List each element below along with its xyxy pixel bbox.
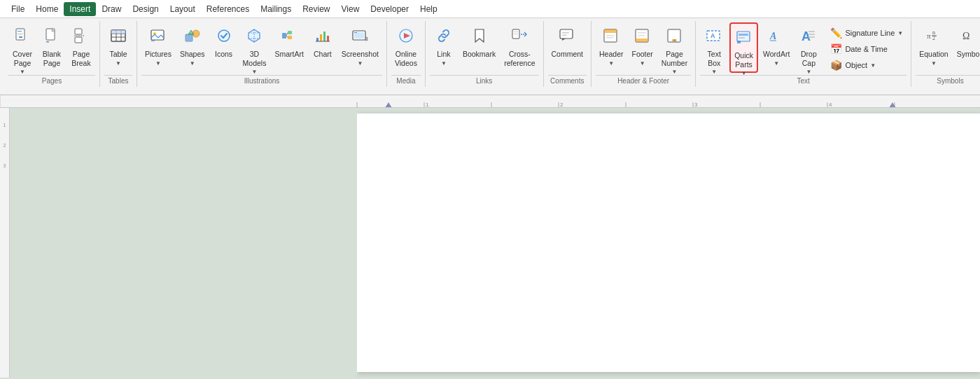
menu-bar: File Home Insert Draw Design Layout Refe… bbox=[0, 0, 980, 18]
shapes-label: Shapes bbox=[180, 50, 205, 59]
svg-text:42: 42 bbox=[673, 39, 677, 42]
menu-file[interactable]: File bbox=[6, 2, 30, 16]
3d-models-label: 3DModels bbox=[243, 50, 267, 67]
cross-reference-label: Cross-reference bbox=[504, 50, 535, 67]
svg-rect-39 bbox=[514, 32, 518, 32]
page-number-arrow: ▼ bbox=[672, 69, 678, 75]
menu-references[interactable]: References bbox=[201, 2, 255, 16]
3d-models-button[interactable]: 3DModels ▼ bbox=[239, 22, 270, 73]
text-small-buttons: ✏️ Signature Line ▼ 📅 Date & Time 📦 Obje… bbox=[827, 25, 906, 73]
icons-button[interactable]: Icons bbox=[210, 22, 238, 73]
header-button[interactable]: Header ▼ bbox=[596, 22, 626, 73]
wordart-button[interactable]: A WordArt ▼ bbox=[760, 22, 793, 73]
svg-rect-31 bbox=[323, 32, 326, 41]
shapes-button[interactable]: Shapes ▼ bbox=[176, 22, 209, 73]
3d-models-arrow: ▼ bbox=[252, 69, 258, 75]
screenshot-button[interactable]: Screenshot ▼ bbox=[338, 22, 382, 73]
page-break-button[interactable]: PageBreak bbox=[67, 22, 95, 73]
date-time-button[interactable]: 📅 Date & Time bbox=[827, 41, 906, 57]
ribbon-group-text: A TextBox ▼ QuickPar bbox=[696, 21, 911, 87]
svg-rect-49 bbox=[636, 39, 648, 42]
blank-page-icon bbox=[43, 27, 60, 47]
table-label: Table bbox=[109, 50, 127, 59]
menu-mailings[interactable]: Mailings bbox=[255, 2, 297, 16]
drop-cap-label: DropCap bbox=[801, 50, 817, 67]
svg-rect-66 bbox=[808, 36, 815, 38]
link-arrow: ▼ bbox=[441, 60, 447, 67]
menu-review[interactable]: Review bbox=[297, 2, 335, 16]
signature-line-label: Signature Line bbox=[845, 29, 895, 37]
ribbon-group-comments: Comment Comments bbox=[544, 21, 592, 87]
svg-rect-43 bbox=[562, 35, 567, 36]
link-icon bbox=[435, 27, 452, 47]
menu-home[interactable]: Home bbox=[30, 2, 64, 16]
svg-text:1: 1 bbox=[426, 102, 429, 108]
drop-cap-arrow: ▼ bbox=[806, 69, 811, 75]
online-videos-button[interactable]: OnlineVideos bbox=[391, 22, 421, 73]
drop-cap-button[interactable]: A DropCap ▼ bbox=[794, 22, 822, 73]
signature-line-button[interactable]: ✏️ Signature Line ▼ bbox=[827, 25, 906, 41]
svg-rect-18 bbox=[151, 30, 164, 40]
footer-button[interactable]: Footer ▼ bbox=[628, 22, 656, 73]
svg-line-28 bbox=[286, 36, 288, 38]
svg-text:A: A bbox=[769, 31, 776, 41]
cover-page-label: CoverPage bbox=[13, 50, 32, 67]
svg-rect-64 bbox=[808, 31, 815, 32]
svg-rect-72 bbox=[0, 95, 980, 108]
svg-text:Ω: Ω bbox=[962, 31, 969, 41]
cross-reference-button[interactable]: Cross-reference bbox=[500, 22, 538, 73]
comment-button[interactable]: Comment bbox=[548, 22, 587, 73]
bookmark-label: Bookmark bbox=[463, 50, 496, 59]
smartart-button[interactable]: SmartArt bbox=[271, 22, 307, 73]
menu-draw[interactable]: Draw bbox=[96, 2, 127, 16]
pictures-button[interactable]: Pictures ▼ bbox=[141, 22, 175, 73]
quick-parts-button[interactable]: QuickParts ▼ bbox=[729, 22, 758, 73]
svg-rect-51 bbox=[638, 35, 645, 36]
equation-button[interactable]: π n 2 Equation ▼ bbox=[916, 22, 951, 73]
svg-rect-50 bbox=[638, 32, 646, 34]
blank-page-button[interactable]: BlankPage bbox=[38, 22, 66, 73]
svg-text:4: 4 bbox=[829, 102, 832, 108]
svg-text:2: 2 bbox=[932, 35, 935, 41]
page-number-icon: 42 bbox=[666, 27, 683, 47]
text-box-button[interactable]: A TextBox ▼ bbox=[700, 22, 728, 73]
bookmark-button[interactable]: Bookmark bbox=[459, 22, 499, 73]
footer-label: Footer bbox=[631, 50, 652, 59]
symbols-group-label: Symbols bbox=[916, 75, 980, 87]
online-videos-label: OnlineVideos bbox=[395, 50, 417, 67]
menu-developer[interactable]: Developer bbox=[365, 2, 414, 16]
object-button[interactable]: 📦 Object ▼ bbox=[827, 57, 906, 73]
svg-rect-6 bbox=[46, 41, 49, 43]
menu-layout[interactable]: Layout bbox=[164, 2, 201, 16]
table-button[interactable]: Table ▼ bbox=[104, 22, 132, 73]
ribbon-group-header-footer: Header ▼ Footer ▼ bbox=[592, 21, 696, 87]
page-number-button[interactable]: 42 PageNumber ▼ bbox=[658, 22, 691, 73]
menu-insert[interactable]: Insert bbox=[64, 2, 96, 16]
link-button[interactable]: Link ▼ bbox=[430, 22, 458, 73]
symbol-icon: Ω bbox=[960, 27, 977, 47]
page-number-label: PageNumber bbox=[662, 50, 687, 67]
text-box-label: TextBox bbox=[708, 50, 721, 67]
svg-rect-42 bbox=[562, 32, 569, 34]
menu-view[interactable]: View bbox=[336, 2, 365, 16]
svg-rect-21 bbox=[186, 34, 192, 41]
cover-page-button[interactable]: CoverPage ▼ bbox=[8, 22, 36, 73]
pages-group-label: Pages bbox=[8, 75, 95, 87]
symbol-button[interactable]: Ω Symbol bbox=[953, 22, 980, 73]
svg-point-23 bbox=[218, 30, 230, 41]
side-ruler: 1 2 3 bbox=[0, 108, 10, 378]
header-arrow: ▼ bbox=[608, 60, 614, 67]
smartart-icon bbox=[281, 27, 298, 47]
svg-text:2: 2 bbox=[560, 102, 564, 108]
chart-button[interactable]: Chart bbox=[309, 22, 337, 73]
equation-icon: π n 2 bbox=[925, 27, 942, 47]
header-icon bbox=[603, 27, 620, 47]
shapes-arrow: ▼ bbox=[190, 60, 195, 67]
svg-rect-60 bbox=[737, 41, 741, 43]
menu-help[interactable]: Help bbox=[414, 2, 443, 16]
svg-text:3: 3 bbox=[694, 102, 698, 108]
svg-rect-7 bbox=[75, 29, 82, 34]
ribbon-group-tables: Table ▼ Tables bbox=[100, 21, 137, 87]
menu-design[interactable]: Design bbox=[127, 2, 164, 16]
svg-rect-3 bbox=[18, 34, 22, 35]
